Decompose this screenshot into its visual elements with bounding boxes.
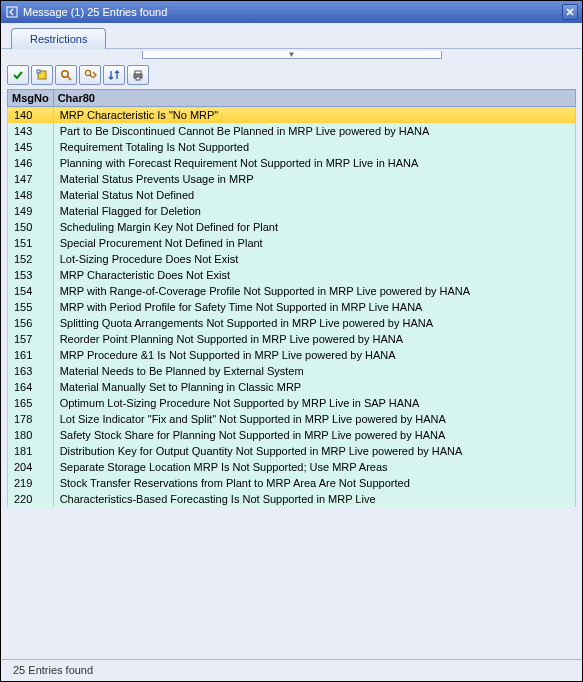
cell-char80: Distribution Key for Output Quantity Not… xyxy=(53,443,575,459)
table-row[interactable]: 146Planning with Forecast Requirement No… xyxy=(8,155,576,171)
cell-char80: Material Status Prevents Usage in MRP xyxy=(53,171,575,187)
status-bar: 25 Entries found xyxy=(1,659,582,681)
table-row[interactable]: 219Stock Transfer Reservations from Plan… xyxy=(8,475,576,491)
table-row[interactable]: 180Safety Stock Share for Planning Not S… xyxy=(8,427,576,443)
cell-msgno: 151 xyxy=(8,235,54,251)
cell-char80: Part to Be Discontinued Cannot Be Planne… xyxy=(53,123,575,139)
svg-line-4 xyxy=(68,77,72,81)
cell-msgno: 148 xyxy=(8,187,54,203)
table-row[interactable]: 150Scheduling Margin Key Not Defined for… xyxy=(8,219,576,235)
cell-msgno: 220 xyxy=(8,491,54,507)
table-row[interactable]: 155MRP with Period Profile for Safety Ti… xyxy=(8,299,576,315)
search-help-icon xyxy=(5,5,19,19)
table-row[interactable]: 204Separate Storage Location MRP Is Not … xyxy=(8,459,576,475)
tab-label: Restrictions xyxy=(30,33,87,45)
cell-msgno: 178 xyxy=(8,411,54,427)
find-next-button[interactable] xyxy=(79,65,101,85)
svg-rect-9 xyxy=(136,77,140,80)
table-row[interactable]: 154MRP with Range-of-Coverage Profile No… xyxy=(8,283,576,299)
new-selection-button[interactable] xyxy=(31,65,53,85)
table-row[interactable]: 148Material Status Not Defined xyxy=(8,187,576,203)
column-header-char80[interactable]: Char80 xyxy=(53,90,575,107)
table-row[interactable]: 157Reorder Point Planning Not Supported … xyxy=(8,331,576,347)
table-row[interactable]: 153MRP Characteristic Does Not Exist xyxy=(8,267,576,283)
cell-char80: Characteristics-Based Forecasting Is Not… xyxy=(53,491,575,507)
svg-rect-0 xyxy=(7,7,17,17)
svg-point-5 xyxy=(85,70,90,75)
svg-point-3 xyxy=(62,71,68,77)
svg-rect-8 xyxy=(135,71,141,74)
table-row[interactable]: 145Requirement Totaling Is Not Supported xyxy=(8,139,576,155)
cell-char80: Optimum Lot-Sizing Procedure Not Support… xyxy=(53,395,575,411)
cell-msgno: 147 xyxy=(8,171,54,187)
table-row[interactable]: 181Distribution Key for Output Quantity … xyxy=(8,443,576,459)
status-text: 25 Entries found xyxy=(13,664,93,676)
result-table-container: MsgNo Char80 140MRP Characteristic Is "N… xyxy=(1,89,582,659)
sort-button[interactable] xyxy=(103,65,125,85)
collapse-bar: ▼ xyxy=(1,49,582,61)
cell-msgno: 155 xyxy=(8,299,54,315)
table-row[interactable]: 178Lot Size Indicator "Fix and Split" No… xyxy=(8,411,576,427)
table-row[interactable]: 161MRP Procedure &1 Is Not Supported in … xyxy=(8,347,576,363)
cell-char80: Lot-Sizing Procedure Does Not Exist xyxy=(53,251,575,267)
cell-msgno: 204 xyxy=(8,459,54,475)
cell-msgno: 156 xyxy=(8,315,54,331)
tab-restrictions[interactable]: Restrictions xyxy=(11,28,106,49)
cell-msgno: 150 xyxy=(8,219,54,235)
table-row[interactable]: 143Part to Be Discontinued Cannot Be Pla… xyxy=(8,123,576,139)
table-row[interactable]: 151Special Procurement Not Defined in Pl… xyxy=(8,235,576,251)
print-button[interactable] xyxy=(127,65,149,85)
cell-msgno: 146 xyxy=(8,155,54,171)
table-row[interactable]: 140MRP Characteristic Is "No MRP" xyxy=(8,107,576,124)
find-button[interactable] xyxy=(55,65,77,85)
toolbar xyxy=(1,61,582,89)
cell-char80: Separate Storage Location MRP Is Not Sup… xyxy=(53,459,575,475)
cell-char80: Lot Size Indicator "Fix and Split" Not S… xyxy=(53,411,575,427)
cell-char80: MRP with Period Profile for Safety Time … xyxy=(53,299,575,315)
title-bar: Message (1) 25 Entries found xyxy=(1,1,582,23)
cell-msgno: 152 xyxy=(8,251,54,267)
cell-char80: MRP with Range-of-Coverage Profile Not S… xyxy=(53,283,575,299)
cell-msgno: 164 xyxy=(8,379,54,395)
dialog-window: Message (1) 25 Entries found Restriction… xyxy=(0,0,583,682)
cell-char80: Material Status Not Defined xyxy=(53,187,575,203)
cell-msgno: 161 xyxy=(8,347,54,363)
table-row[interactable]: 156Splitting Quota Arrangements Not Supp… xyxy=(8,315,576,331)
cell-char80: MRP Procedure &1 Is Not Supported in MRP… xyxy=(53,347,575,363)
chevron-down-icon: ▼ xyxy=(288,50,296,59)
cell-msgno: 157 xyxy=(8,331,54,347)
cell-msgno: 154 xyxy=(8,283,54,299)
collapse-handle[interactable]: ▼ xyxy=(142,51,442,59)
cell-char80: Stock Transfer Reservations from Plant t… xyxy=(53,475,575,491)
column-header-msgno[interactable]: MsgNo xyxy=(8,90,54,107)
cell-msgno: 165 xyxy=(8,395,54,411)
cell-char80: Reorder Point Planning Not Supported in … xyxy=(53,331,575,347)
tab-strip: Restrictions xyxy=(1,23,582,49)
cell-msgno: 140 xyxy=(8,107,54,124)
cell-char80: Splitting Quota Arrangements Not Support… xyxy=(53,315,575,331)
cell-char80: MRP Characteristic Is "No MRP" xyxy=(53,107,575,124)
table-row[interactable]: 147Material Status Prevents Usage in MRP xyxy=(8,171,576,187)
table-row[interactable]: 165Optimum Lot-Sizing Procedure Not Supp… xyxy=(8,395,576,411)
close-button[interactable] xyxy=(562,4,578,20)
cell-char80: Material Needs to Be Planned by External… xyxy=(53,363,575,379)
dialog-title: Message (1) 25 Entries found xyxy=(23,6,562,18)
accept-button[interactable] xyxy=(7,65,29,85)
cell-msgno: 180 xyxy=(8,427,54,443)
result-table: MsgNo Char80 140MRP Characteristic Is "N… xyxy=(7,89,576,507)
cell-msgno: 219 xyxy=(8,475,54,491)
cell-char80: Requirement Totaling Is Not Supported xyxy=(53,139,575,155)
table-row[interactable]: 164Material Manually Set to Planning in … xyxy=(8,379,576,395)
cell-char80: Material Manually Set to Planning in Cla… xyxy=(53,379,575,395)
cell-msgno: 143 xyxy=(8,123,54,139)
table-row[interactable]: 163Material Needs to Be Planned by Exter… xyxy=(8,363,576,379)
cell-char80: Scheduling Margin Key Not Defined for Pl… xyxy=(53,219,575,235)
cell-char80: Safety Stock Share for Planning Not Supp… xyxy=(53,427,575,443)
table-row[interactable]: 152Lot-Sizing Procedure Does Not Exist xyxy=(8,251,576,267)
cell-msgno: 149 xyxy=(8,203,54,219)
cell-msgno: 181 xyxy=(8,443,54,459)
cell-msgno: 153 xyxy=(8,267,54,283)
cell-msgno: 145 xyxy=(8,139,54,155)
table-row[interactable]: 149Material Flagged for Deletion xyxy=(8,203,576,219)
table-row[interactable]: 220Characteristics-Based Forecasting Is … xyxy=(8,491,576,507)
